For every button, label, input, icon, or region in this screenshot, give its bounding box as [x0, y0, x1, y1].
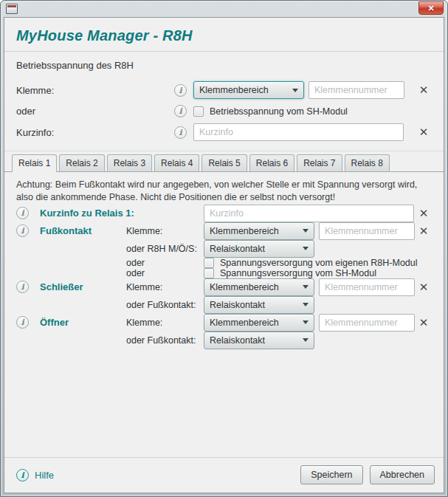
chevron-down-icon — [303, 303, 309, 306]
save-button[interactable]: Speichern — [300, 465, 362, 484]
clear-icon[interactable]: ✕ — [416, 224, 432, 238]
page-title: MyHouse Manager - R8H — [16, 27, 432, 44]
fusskontakt-klemmennummer-input[interactable] — [319, 222, 415, 240]
app-icon — [6, 4, 18, 14]
tab-relais-6[interactable]: Relais 6 — [249, 154, 294, 171]
combo-value: Klemmenbereich — [199, 85, 288, 95]
dialog-footer: i Hilfe Speichern Abbrechen — [4, 457, 444, 493]
versorgung-sh-checkbox[interactable] — [204, 268, 214, 278]
fusskontakt-oder-label: oder — [126, 268, 204, 278]
fusskontakt-rms-row: oder R8H M/Ö/S: Relaiskontakt — [16, 240, 432, 258]
kurzinfo-label: Kurzinfo: — [16, 127, 174, 138]
schliesser-klemme-label: Klemme: — [126, 282, 204, 292]
power-klemme-row: Klemme: i Klemmenbereich ✕ — [16, 81, 432, 99]
tab-relais-3[interactable]: Relais 3 — [107, 154, 152, 171]
combo-value: Relaiskontakt — [210, 335, 298, 346]
info-icon[interactable]: i — [16, 224, 29, 237]
tab-relais-4[interactable]: Relais 4 — [154, 154, 199, 171]
combo-value: Klemmenbereich — [210, 226, 298, 236]
tab-area: Relais 1 Relais 2 Relais 3 Relais 4 Rela… — [4, 151, 444, 172]
info-icon[interactable]: i — [174, 126, 187, 139]
versorgung-eigen-r8h-checkbox[interactable] — [204, 258, 214, 268]
oeffner-fusskontakt-row: oder Fußkontakt: Relaiskontakt — [16, 332, 432, 349]
info-icon[interactable]: i — [174, 105, 187, 117]
oeffner-oder-fusskontakt-label: oder Fußkontakt: — [126, 335, 204, 346]
info-icon[interactable]: i — [174, 84, 187, 97]
fusskontakt-klemmenbereich-select[interactable]: Klemmenbereich — [204, 222, 314, 240]
relais-kurzinfo-input[interactable] — [204, 205, 414, 222]
combo-value: Klemmenbereich — [210, 318, 298, 328]
fusskontakt-oder-label: oder — [126, 258, 204, 268]
betriebsspannung-sh-checkbox[interactable] — [193, 106, 204, 117]
clear-icon[interactable]: ✕ — [416, 83, 432, 97]
clear-icon[interactable]: ✕ — [416, 316, 432, 329]
power-section-heading: Betriebsspannung des R8H — [16, 60, 432, 71]
chevron-down-icon — [303, 229, 309, 233]
dialog-client-area: MyHouse Manager - R8H Betriebsspannung d… — [4, 17, 444, 493]
chevron-down-icon — [303, 247, 309, 250]
tab-relais-8[interactable]: Relais 8 — [345, 154, 390, 171]
power-oder-row: oder i Betriebsspannung vom SH-Modul — [16, 105, 432, 117]
combo-value: Klemmenbereich — [210, 282, 298, 292]
clear-icon[interactable]: ✕ — [416, 281, 432, 294]
fusskontakt-eigen-row: oder Spannungsversorgung vom eigenen R8H… — [16, 258, 432, 268]
schliesser-klemmenbereich-select[interactable]: Klemmenbereich — [204, 278, 314, 296]
help-link[interactable]: Hilfe — [35, 470, 54, 481]
footer-buttons: Speichern Abbrechen — [294, 465, 435, 484]
fusskontakt-relaiskontakt-select[interactable]: Relaiskontakt — [204, 240, 314, 258]
tab-relais-7[interactable]: Relais 7 — [297, 154, 342, 171]
fusskontakt-oder-rms-label: oder R8H M/Ö/S: — [126, 244, 204, 254]
schliesser-title: Schließer — [29, 281, 126, 292]
klemmenbereich-select[interactable]: Klemmenbereich — [193, 81, 304, 99]
chevron-down-icon — [292, 89, 298, 92]
close-button[interactable]: ✕ — [418, 1, 444, 15]
dialog-header: MyHouse Manager - R8H — [4, 18, 444, 52]
fusskontakt-title: Fußkontakt — [29, 225, 126, 236]
relais-kurzinfo-row: i Kurzinfo zu Relais 1: ✕ — [16, 205, 432, 222]
schliesser-klemme-row: i Schließer Klemme: Klemmenbereich ✕ — [16, 278, 432, 296]
oeffner-klemme-row: i Öffner Klemme: Klemmenbereich ✕ — [16, 314, 432, 332]
fusskontakt-sh-row: oder Spannungsversorgung vom SH-Modul — [16, 268, 432, 278]
schliesser-fusskontakt-row: oder Fußkontakt: Relaiskontakt — [16, 296, 432, 314]
oeffner-klemmenbereich-select[interactable]: Klemmenbereich — [204, 314, 314, 332]
combo-value: Relaiskontakt — [210, 300, 298, 310]
kurzinfo-input[interactable] — [193, 123, 404, 141]
schliesser-oder-fusskontakt-label: oder Fußkontakt: — [126, 300, 204, 310]
power-kurzinfo-row: Kurzinfo: i ✕ — [16, 123, 432, 141]
oeffner-relaiskontakt-select[interactable]: Relaiskontakt — [204, 332, 314, 349]
tab-relais-2[interactable]: Relais 2 — [59, 154, 104, 171]
fusskontakt-warning-text: Achtung: Beim Fußkontakt wird nur angege… — [16, 179, 432, 205]
schliesser-klemmennummer-input[interactable] — [319, 278, 415, 296]
chevron-down-icon — [303, 321, 309, 324]
tab-relais-5[interactable]: Relais 5 — [201, 154, 247, 171]
klemmennummer-input[interactable] — [309, 81, 404, 99]
info-icon[interactable]: i — [16, 207, 29, 219]
clear-icon[interactable]: ✕ — [416, 126, 432, 139]
help-info-icon[interactable]: i — [16, 469, 29, 481]
schliesser-relaiskontakt-select[interactable]: Relaiskontakt — [204, 296, 314, 314]
chevron-down-icon — [303, 338, 309, 342]
fusskontakt-klemme-row: i Fußkontakt Klemme: Klemmenbereich ✕ — [16, 222, 432, 240]
clear-icon[interactable]: ✕ — [416, 207, 432, 220]
relais-tabstrip: Relais 1 Relais 2 Relais 3 Relais 4 Rela… — [4, 154, 444, 172]
dialog-window: ✕ MyHouse Manager - R8H Betriebsspannung… — [0, 0, 448, 497]
titlebar: ✕ — [4, 1, 444, 17]
relais-kurzinfo-label: Kurzinfo zu Relais 1: — [29, 208, 204, 219]
betriebsspannung-sh-checkbox-label: Betriebsspannung vom SH-Modul — [210, 106, 348, 117]
info-icon[interactable]: i — [16, 281, 29, 293]
info-icon[interactable]: i — [16, 316, 29, 329]
chevron-down-icon — [303, 285, 309, 289]
versorgung-sh-checkbox-label: Spannungsversorgung vom SH-Modul — [220, 268, 376, 278]
oeffner-klemme-label: Klemme: — [126, 318, 204, 328]
combo-value: Relaiskontakt — [210, 244, 298, 254]
klemme-label: Klemme: — [16, 85, 174, 96]
oeffner-title: Öffner — [29, 317, 126, 328]
oeffner-klemmennummer-input[interactable] — [319, 314, 415, 332]
cancel-button[interactable]: Abbrechen — [370, 465, 435, 484]
versorgung-eigen-r8h-checkbox-label: Spannungsversorgung vom eigenen R8H-Modu… — [220, 258, 418, 268]
fusskontakt-klemme-label: Klemme: — [126, 226, 204, 236]
oder-label: oder — [16, 106, 174, 117]
tab-relais-1[interactable]: Relais 1 — [12, 154, 57, 172]
